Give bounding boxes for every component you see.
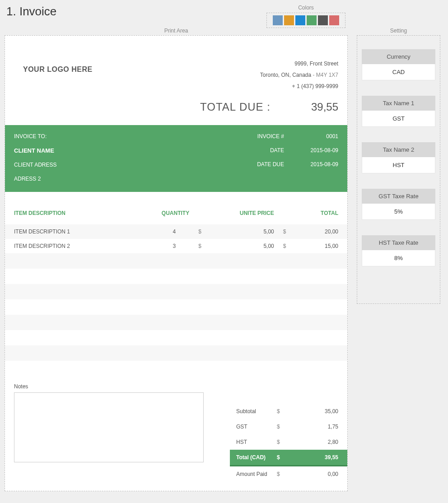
item-price[interactable]: 5,00 <box>207 239 283 253</box>
invoice-to-label: INVOICE TO: <box>14 133 56 140</box>
setting-head: Currency <box>362 49 435 64</box>
total-due-label: TOTAL DUE : <box>200 101 271 113</box>
totals-row-value: 2,80 <box>286 439 338 445</box>
setting-group: GST Taxe Rate5% <box>362 189 435 220</box>
client-name[interactable]: CLIENT NAME <box>14 147 56 154</box>
print-area-label: Print Area <box>5 28 348 34</box>
color-swatch-2[interactable] <box>295 15 305 25</box>
setting-head: HST Taxe Rate <box>362 235 435 250</box>
invoice-date[interactable]: 2015-08-09 <box>302 147 338 154</box>
currency-symbol: $ <box>198 224 207 239</box>
color-swatch-4[interactable] <box>318 15 328 25</box>
item-row[interactable]: ITEM DESCRIPTION 23$5,00$15,00 <box>5 239 347 253</box>
setting-value[interactable]: CAD <box>362 64 435 80</box>
currency-symbol: $ <box>277 424 286 430</box>
setting-head: GST Taxe Rate <box>362 189 435 204</box>
item-desc[interactable]: ITEM DESCRIPTION 2 <box>5 239 118 253</box>
totals-row-value: 35,00 <box>286 408 338 415</box>
totals-row-label: GST <box>236 424 277 430</box>
client-address-2[interactable]: ADRESS 2 <box>14 176 56 182</box>
company-address[interactable]: 9999, Front Street Toronto, ON, Canada -… <box>260 58 338 93</box>
col-quantity: QUANTITY <box>118 205 198 224</box>
amount-paid-value[interactable]: 0,00 <box>286 471 338 477</box>
amount-paid-row: Amount Paid $ 0,00 <box>230 466 347 482</box>
company-phone: + 1 (437) 999-9999 <box>260 81 338 92</box>
setting-head: Tax Name 1 <box>362 96 435 111</box>
setting-head: Tax Name 2 <box>362 142 435 157</box>
currency-symbol: $ <box>283 239 292 253</box>
item-row[interactable]: ITEM DESCRIPTION 14$5,00$20,00 <box>5 224 347 239</box>
totals-row-value: 1,75 <box>286 424 338 430</box>
setting-value[interactable]: GST <box>362 111 435 127</box>
colors-panel: Colors <box>266 5 345 28</box>
item-total: 20,00 <box>292 224 347 239</box>
client-address-1[interactable]: CLIENT ADRESS <box>14 162 56 168</box>
page-title: 1. Invoice <box>6 5 442 19</box>
currency-symbol: $ <box>277 439 286 445</box>
color-swatch-0[interactable] <box>273 15 283 25</box>
item-total: 15,00 <box>292 239 347 253</box>
item-qty[interactable]: 3 <box>118 239 198 253</box>
totals-row-label: Subtotal <box>236 408 277 415</box>
color-swatch-3[interactable] <box>307 15 317 25</box>
settings-panel: CurrencyCADTax Name 1GSTTax Name 2HSTGST… <box>357 35 440 304</box>
currency-symbol: $ <box>198 239 207 253</box>
item-desc[interactable]: ITEM DESCRIPTION 1 <box>5 224 118 239</box>
grand-total-value: 39,55 <box>286 454 338 461</box>
col-item-description: ITEM DESCRIPTION <box>5 205 118 224</box>
color-swatch-5[interactable] <box>329 15 339 25</box>
col-total: TOTAL <box>283 205 347 224</box>
company-postal: - M4Y 1X7 <box>311 72 338 78</box>
setting-group: CurrencyCAD <box>362 49 435 80</box>
currency-symbol: $ <box>283 224 292 239</box>
setting-group: HST Taxe Rate8% <box>362 235 435 266</box>
print-area: YOUR LOGO HERE 9999, Front Street Toront… <box>5 35 348 491</box>
totals-row-label: HST <box>236 439 277 445</box>
total-due-value: 39,55 <box>311 101 338 113</box>
company-street: 9999, Front Street <box>260 58 338 70</box>
empty-rows <box>5 253 347 376</box>
invoice-number[interactable]: 0001 <box>302 133 338 140</box>
color-swatch-1[interactable] <box>284 15 294 25</box>
currency-symbol: $ <box>277 471 286 477</box>
amount-paid-label: Amount Paid <box>236 471 277 477</box>
invoice-date-label: DATE <box>257 147 284 154</box>
notes-input[interactable] <box>14 392 204 462</box>
setting-group: Tax Name 1GST <box>362 96 435 127</box>
totals-row: HST$2,80 <box>230 434 347 450</box>
notes-label: Notes <box>14 383 338 390</box>
setting-group: Tax Name 2HST <box>362 142 435 173</box>
company-city: Toronto, ON, Canada <box>260 72 311 78</box>
grand-total-label: Total (CAD) <box>236 454 277 461</box>
totals-block: Subtotal$35,00GST$1,75HST$2,80 Total (CA… <box>230 404 347 482</box>
setting-value[interactable]: HST <box>362 157 435 173</box>
col-unit-price: UNITE PRICE <box>198 205 283 224</box>
settings-label: Setting <box>357 28 440 34</box>
totals-row: GST$1,75 <box>230 419 347 434</box>
currency-symbol: $ <box>277 408 286 415</box>
logo-placeholder[interactable]: YOUR LOGO HERE <box>23 65 93 93</box>
invoice-due[interactable]: 2015-08-09 <box>302 161 338 168</box>
items-table: ITEM DESCRIPTION QUANTITY UNITE PRICE TO… <box>5 205 347 253</box>
invoice-due-label: DATE DUE <box>257 161 284 168</box>
totals-row: Subtotal$35,00 <box>230 404 347 419</box>
item-qty[interactable]: 4 <box>118 224 198 239</box>
grand-total-row: Total (CAD) $ 39,55 <box>230 450 347 466</box>
setting-value[interactable]: 5% <box>362 204 435 220</box>
colors-label: Colors <box>266 5 345 11</box>
item-price[interactable]: 5,00 <box>207 224 283 239</box>
invoice-number-label: INVOICE # <box>257 133 284 140</box>
currency-symbol: $ <box>277 454 286 461</box>
setting-value[interactable]: 8% <box>362 250 435 266</box>
invoice-info-bar: INVOICE TO: CLIENT NAME CLIENT ADRESS AD… <box>5 125 347 192</box>
